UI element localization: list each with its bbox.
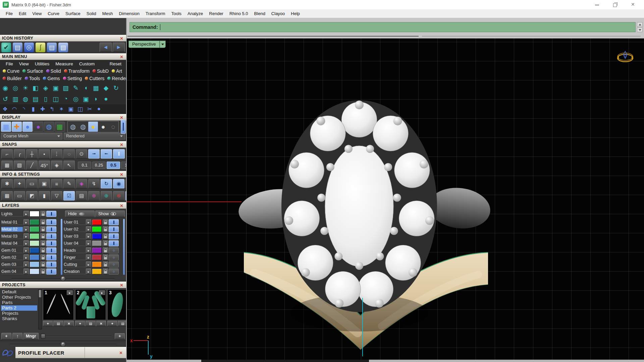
box-mode-icon[interactable]: ▧ <box>14 161 25 170</box>
layer-color-swatch[interactable] <box>92 254 102 260</box>
menu-item[interactable]: Rhino 5.0 <box>226 11 251 16</box>
trim-scissors-icon[interactable]: ✂ <box>85 105 94 113</box>
maximize-icon[interactable] <box>612 2 618 7</box>
layer-name[interactable]: Gem 03 <box>1 262 23 267</box>
axis-snap-icon[interactable]: ↖ <box>63 161 75 170</box>
layer-expand-button[interactable] <box>23 226 29 232</box>
layer-color-swatch[interactable] <box>30 211 40 217</box>
open-folder-icon[interactable]: ▧ <box>58 43 68 52</box>
menu-item[interactable]: Solid <box>84 11 99 16</box>
rough-sphere-icon[interactable]: ● <box>101 94 111 104</box>
layer-visibility-toggle[interactable] <box>109 254 119 260</box>
record-point-icon[interactable]: ◉ <box>113 179 124 188</box>
record-history-icon[interactable]: ↻ <box>101 179 112 188</box>
layer-color-swatch[interactable] <box>92 233 102 239</box>
project-list-item[interactable]: Projects <box>1 311 37 316</box>
thumbnail-size-slider[interactable] <box>41 333 112 340</box>
grid-toggle-icon[interactable]: ▦ <box>1 122 11 132</box>
ring-model[interactable] <box>127 39 644 362</box>
rotate-view-icon[interactable]: ↻ <box>111 83 121 93</box>
save-part-button[interactable] <box>86 321 95 326</box>
layer-color-swatch[interactable] <box>92 219 102 225</box>
arc-curve-icon[interactable]: ◠ <box>10 105 19 113</box>
layer-expand-button[interactable] <box>23 219 29 225</box>
monitor-icon[interactable]: ▭ <box>14 191 25 200</box>
hide-button[interactable]: Hide <box>65 210 95 217</box>
layer-visibility-toggle[interactable] <box>46 261 56 267</box>
layer-lock-icon[interactable] <box>40 240 46 246</box>
close-panel-icon[interactable] <box>119 171 124 177</box>
layer-color-swatch[interactable] <box>30 226 40 232</box>
mid-snap-icon[interactable]: ╼ <box>88 149 100 159</box>
category-tab[interactable]: Builder <box>1 76 23 81</box>
history-scroll-icon[interactable]: ≡ <box>51 179 62 188</box>
viewport-hscrollbar[interactable] <box>127 360 644 362</box>
plane-snap-icon[interactable]: ◈ <box>51 161 62 170</box>
layer-lock-icon[interactable] <box>40 247 46 253</box>
display-bar-toggle[interactable] <box>121 120 126 134</box>
menu-item[interactable]: Help <box>288 11 303 16</box>
main-menu-tab[interactable]: Utilities <box>32 61 53 66</box>
layer-visibility-toggle[interactable] <box>46 268 56 275</box>
profile-bar-icon[interactable]: ▮ <box>29 105 38 113</box>
ring-sphere-icon[interactable]: ◍ <box>21 94 30 104</box>
save-icon[interactable]: ▤ <box>47 43 57 52</box>
delete-part-button[interactable] <box>64 321 74 326</box>
sun-light-icon[interactable]: ☀ <box>21 83 30 93</box>
layer-visibility-toggle[interactable] <box>109 268 119 275</box>
save-part-button[interactable] <box>118 321 126 326</box>
selection-filter-icon[interactable]: ☑ <box>63 191 75 200</box>
zoom-thumbs-button[interactable]: + <box>115 333 125 339</box>
copy-cubes-icon[interactable]: ▣ <box>39 179 50 188</box>
category-tab[interactable]: Tools <box>23 76 42 81</box>
ring-rail-icon[interactable] <box>616 51 634 64</box>
layer-name[interactable]: Metal 03 <box>1 234 23 239</box>
add-project-button[interactable]: + <box>1 333 11 340</box>
save-icon[interactable]: ▤ <box>13 43 22 52</box>
layer-visibility-toggle[interactable] <box>109 219 119 225</box>
layer-visibility-toggle[interactable] <box>46 226 56 232</box>
swirl-history-icon[interactable]: ↺ <box>1 94 10 104</box>
layer-name[interactable]: Gem 04 <box>1 269 23 274</box>
layer-color-swatch[interactable] <box>30 219 40 225</box>
layer-lock-icon[interactable] <box>40 233 46 239</box>
layer-visibility-toggle[interactable] <box>46 211 56 217</box>
layer-color-swatch[interactable] <box>92 247 102 253</box>
up-level-button[interactable]: ↑ <box>12 333 22 340</box>
layer-color-swatch[interactable] <box>30 268 40 275</box>
reset-button[interactable]: Reset <box>108 61 123 66</box>
project-thumbnail[interactable]: 1 <box>43 289 74 332</box>
category-tab[interactable]: Render <box>106 76 126 81</box>
close-panel-icon[interactable] <box>119 202 124 208</box>
menu-item[interactable]: Surface <box>62 11 84 16</box>
menu-item[interactable]: Mesh <box>99 11 116 16</box>
project-list-item[interactable]: Parts 2 <box>1 305 37 311</box>
layer-expand-button[interactable] <box>23 268 29 275</box>
layer-lock-icon[interactable] <box>103 233 108 239</box>
collapse-panel-button[interactable] <box>60 276 66 281</box>
menu-item[interactable]: Blend <box>251 11 268 16</box>
command-input[interactable] <box>160 24 633 30</box>
insert-part-button[interactable] <box>43 321 53 326</box>
history-forward-button[interactable]: ► <box>113 43 125 52</box>
delete-part-button[interactable] <box>96 321 106 326</box>
slider-handle[interactable] <box>41 334 45 339</box>
spotlight-icon[interactable]: ◎ <box>11 83 20 93</box>
menu-item[interactable]: File <box>3 11 16 16</box>
point-snap-icon[interactable]: ┼ <box>26 149 38 159</box>
layer-lock-icon[interactable] <box>103 268 108 275</box>
snap-increment-button[interactable]: 0.25 <box>92 162 106 169</box>
menu-item[interactable]: Render <box>206 11 226 16</box>
close-panel-icon[interactable] <box>118 350 123 356</box>
layer-expand-button[interactable] <box>86 219 91 225</box>
inspector-wrench-icon[interactable]: ✦ <box>14 179 25 188</box>
layer-color-swatch[interactable] <box>30 261 40 267</box>
shaded-mode-icon[interactable]: ◍ <box>78 122 88 132</box>
drop-box-icon[interactable]: ◧ <box>31 83 40 93</box>
camera-view-icon[interactable]: ◈ <box>41 83 50 93</box>
close-panel-icon[interactable] <box>119 35 124 41</box>
layer-visibility-toggle[interactable] <box>109 233 119 239</box>
material-wrap-icon[interactable]: ◈ <box>76 179 87 188</box>
render-image-icon[interactable]: ▦ <box>91 83 101 93</box>
center-snap-icon[interactable]: ⊙ <box>76 149 87 159</box>
